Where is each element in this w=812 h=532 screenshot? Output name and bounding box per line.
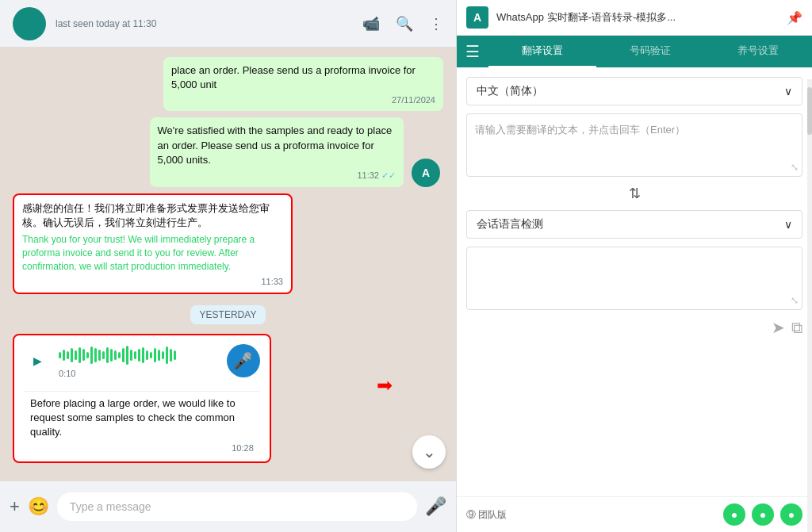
- message-input[interactable]: Type a message: [57, 492, 417, 521]
- bar: [138, 349, 140, 362]
- voice-controls: ▶: [24, 343, 260, 383]
- bar: [94, 348, 97, 362]
- bar: [106, 347, 109, 363]
- scroll-down-button[interactable]: ⌄: [412, 435, 446, 469]
- message-row-2: We're satisfied with the samples and rea…: [13, 117, 404, 187]
- swap-row: ⇅: [466, 185, 802, 202]
- message-translated-3: Thank you for your trust! We will immedi…: [22, 233, 283, 273]
- mic-icon[interactable]: 🎤: [425, 496, 446, 517]
- rp-bottom: ⑨ 团队版 ● ● ●: [457, 496, 812, 532]
- bar: [174, 350, 176, 360]
- source-placeholder-text: 请输入需要翻译的文本，并点击回车（Enter）: [475, 122, 794, 138]
- voice-translation: Before placing a large order, we would l…: [24, 391, 260, 461]
- message-row-1: place an order. Please send us a proform…: [13, 57, 443, 111]
- message-time-1: 27/11/2024: [171, 95, 435, 105]
- bar: [146, 350, 148, 360]
- chat-input-area: + 😊 Type a message 🎤: [0, 481, 456, 532]
- voice-message-container: ▶: [13, 334, 357, 463]
- red-arrow-2: ➡: [377, 374, 393, 396]
- day-divider: YESTERDAY: [13, 307, 443, 321]
- header-icons: 📹 🔍 ⋮: [362, 15, 443, 33]
- resize-icon-2: ⤡: [791, 295, 799, 306]
- bar: [71, 348, 73, 362]
- contact-avatar: [13, 7, 46, 40]
- message-row-3: 感谢您的信任！我们将立即准备形式发票并发送给您审核。确认无误后，我们将立刻进行生…: [13, 193, 443, 294]
- bar: [162, 351, 164, 359]
- last-seen-status: last seen today at 11:30: [56, 18, 353, 29]
- message-text-2: We're satisfied with the samples and rea…: [158, 124, 396, 167]
- voice-avatar: 🎤: [227, 344, 260, 377]
- message-bubble-2: We're satisfied with the samples and rea…: [150, 117, 404, 187]
- source-lang-label: 中文（简体）: [477, 84, 543, 98]
- voice-duration: 0:10: [59, 369, 219, 378]
- bar: [126, 346, 128, 365]
- bar: [75, 350, 77, 360]
- rp-content: 中文（简体） ∨ 请输入需要翻译的文本，并点击回车（Enter） ⤡ ⇅ 会话语…: [457, 67, 812, 496]
- resize-icon: ⤡: [791, 162, 799, 173]
- bar: [59, 352, 61, 358]
- chat-header: last seen today at 11:30 📹 🔍 ⋮: [0, 0, 456, 48]
- pin-icon[interactable]: 📌: [787, 10, 802, 25]
- bar: [122, 348, 124, 362]
- search-icon[interactable]: 🔍: [396, 15, 413, 33]
- copy-translation-icon[interactable]: ⧉: [791, 319, 802, 337]
- bar: [63, 350, 65, 361]
- tab-account-settings[interactable]: 养号设置: [704, 36, 812, 67]
- chat-area: place an order. Please send us a proform…: [0, 48, 456, 481]
- waveform-bars: [59, 343, 219, 367]
- bar: [118, 352, 121, 358]
- header-info: last seen today at 11:30: [56, 18, 353, 29]
- swap-languages-icon[interactable]: ⇅: [629, 185, 641, 202]
- chevron-down-icon: ∨: [784, 85, 792, 98]
- voice-time: 10:28: [30, 442, 254, 454]
- emoji-icon[interactable]: 😊: [28, 496, 49, 517]
- source-text-area[interactable]: 请输入需要翻译的文本，并点击回车（Enter） ⤡: [466, 113, 802, 177]
- bottom-icon-2[interactable]: ●: [752, 503, 774, 526]
- target-text-area[interactable]: ⤡: [466, 247, 802, 310]
- target-language-selector[interactable]: 会话语言检测 ∨: [466, 210, 802, 239]
- source-language-selector[interactable]: 中文（简体） ∨: [466, 77, 802, 105]
- bottom-icon-3[interactable]: ●: [780, 503, 802, 526]
- app-title: WhatsApp 实时翻译-语音转录-模拟多...: [496, 10, 779, 25]
- bar: [67, 351, 69, 359]
- message-text-1: place an order. Please send us a proform…: [171, 63, 435, 92]
- bar: [154, 348, 156, 362]
- bar: [82, 349, 85, 361]
- bar: [150, 352, 152, 358]
- tab-translation-settings[interactable]: 翻译设置: [488, 36, 596, 67]
- right-panel: A WhatsApp 实时翻译-语音转录-模拟多... 📌 ☰ 翻译设置 号码验…: [456, 0, 812, 532]
- message-bubble-3: 感谢您的信任！我们将立即准备形式发票并发送给您审核。确认无误后，我们将立刻进行生…: [13, 193, 293, 294]
- waveform: 0:10: [59, 343, 219, 378]
- bar: [158, 350, 160, 361]
- target-lang-label: 会话语言检测: [477, 217, 543, 232]
- video-call-icon[interactable]: 📹: [362, 15, 380, 33]
- bar: [98, 350, 101, 361]
- bar: [90, 346, 93, 364]
- menu-tab[interactable]: ☰: [457, 36, 488, 67]
- send-translation-icon[interactable]: ➤: [772, 318, 785, 337]
- bar: [102, 351, 105, 359]
- more-options-icon[interactable]: ⋮: [429, 15, 443, 33]
- bar: [114, 350, 117, 360]
- rp-tabs: ☰ 翻译设置 号码验证 养号设置: [457, 36, 812, 67]
- tab-number-verify[interactable]: 号码验证: [596, 36, 704, 67]
- bar: [142, 347, 144, 363]
- chevron-down-icon-2: ∨: [784, 218, 792, 231]
- voice-message: ▶: [13, 334, 271, 463]
- bar: [170, 349, 172, 362]
- bottom-icons: ● ● ●: [723, 503, 802, 526]
- scrollbar[interactable]: [807, 79, 812, 532]
- scrollbar-thumb: [807, 87, 812, 135]
- message-time-3: 11:33: [22, 277, 283, 286]
- action-row: ➤ ⧉: [466, 318, 802, 337]
- bar: [86, 352, 89, 358]
- rp-header: A WhatsApp 实时翻译-语音转录-模拟多... 📌: [457, 0, 812, 36]
- bottom-icon-1[interactable]: ●: [723, 503, 745, 526]
- bar: [79, 347, 81, 363]
- bar: [130, 350, 132, 361]
- bar: [110, 349, 113, 362]
- app-logo: A: [466, 6, 488, 29]
- play-button[interactable]: ▶: [24, 347, 51, 374]
- message-bubble-1: place an order. Please send us a proform…: [163, 57, 443, 111]
- plus-icon[interactable]: +: [10, 496, 20, 517]
